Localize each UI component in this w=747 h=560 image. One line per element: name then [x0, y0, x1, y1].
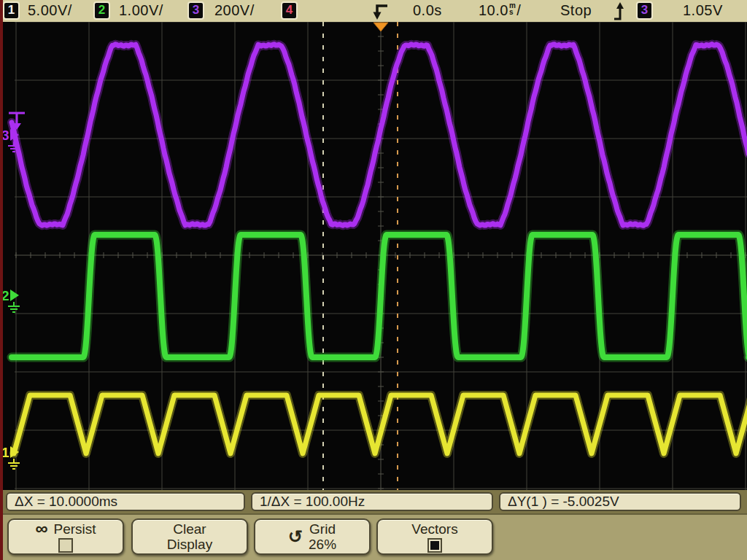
trigger-level-readout: 1.05V	[683, 2, 723, 19]
oscilloscope-display: 1 5.00V/ 2 1.00V/ 3 200V/ 4 0.0s 10.0ms/…	[0, 0, 747, 560]
vectors-checkbox[interactable]	[427, 538, 442, 553]
clear-display-softkey[interactable]: Clear Display	[131, 518, 248, 555]
trace-ch2	[12, 235, 747, 357]
softkey-row: ∞Persist Clear Display ↺ Grid 26% Vector…	[0, 513, 747, 560]
rotate-knob-icon: ↺	[288, 529, 303, 544]
delay-arrow-icon	[368, 1, 390, 20]
trace-ch3	[12, 44, 747, 226]
delta-x-readout: ΔX = 10.0000ms	[6, 492, 245, 511]
vectors-softkey[interactable]: Vectors	[376, 518, 493, 555]
waveform-screen: 321	[0, 22, 747, 490]
channel-1-badge: 1	[3, 1, 20, 20]
run-state: Stop	[560, 2, 592, 19]
channel-1-scale: 5.00V/	[28, 2, 72, 19]
infinity-icon: ∞	[35, 521, 47, 536]
channel-2-ground-marker[interactable]: 2	[1, 288, 20, 312]
trigger-slope-icon	[613, 1, 626, 21]
timebase-unit: ms	[509, 2, 516, 15]
delay-readout: 0.0s	[413, 2, 442, 19]
delta-y-readout: ΔY(1 ) = -5.0025V	[499, 492, 741, 511]
timebase-value: 10.0	[479, 2, 508, 18]
status-bar: 1 5.00V/ 2 1.00V/ 3 200V/ 4 0.0s 10.0ms/…	[0, 0, 747, 22]
grid-label: Grid	[309, 521, 336, 537]
persist-checkbox[interactable]	[58, 538, 73, 553]
channel-2-scale: 1.00V/	[119, 2, 163, 19]
persist-label: Persist	[54, 521, 96, 537]
grid-stack: Grid 26%	[309, 521, 336, 552]
channel-2-badge: 2	[93, 1, 110, 20]
clear-display-label-line2: Display	[167, 537, 212, 552]
measurement-row: ΔX = 10.0000ms 1/ΔX = 100.00Hz ΔY(1 ) = …	[0, 490, 747, 513]
timebase-suffix: /	[516, 2, 521, 18]
waveform-canvas: 321	[0, 22, 747, 490]
persist-softkey[interactable]: ∞Persist	[7, 518, 124, 555]
channel-4-badge: 4	[281, 1, 298, 20]
timebase-readout: 10.0ms/	[479, 2, 521, 19]
channel-3-scale: 200V/	[214, 2, 255, 19]
grid-value: 26%	[309, 537, 336, 552]
grid-intensity-softkey[interactable]: ↺ Grid 26%	[254, 518, 371, 555]
channel-3-badge: 3	[187, 1, 204, 20]
trigger-source-badge: 3	[636, 1, 653, 20]
left-edge-strip	[0, 0, 3, 560]
vectors-label: Vectors	[411, 521, 457, 537]
clear-display-label-line1: Clear	[173, 521, 206, 537]
trigger-position-marker[interactable]	[374, 23, 388, 31]
inv-delta-x-readout: 1/ΔX = 100.00Hz	[251, 492, 493, 511]
